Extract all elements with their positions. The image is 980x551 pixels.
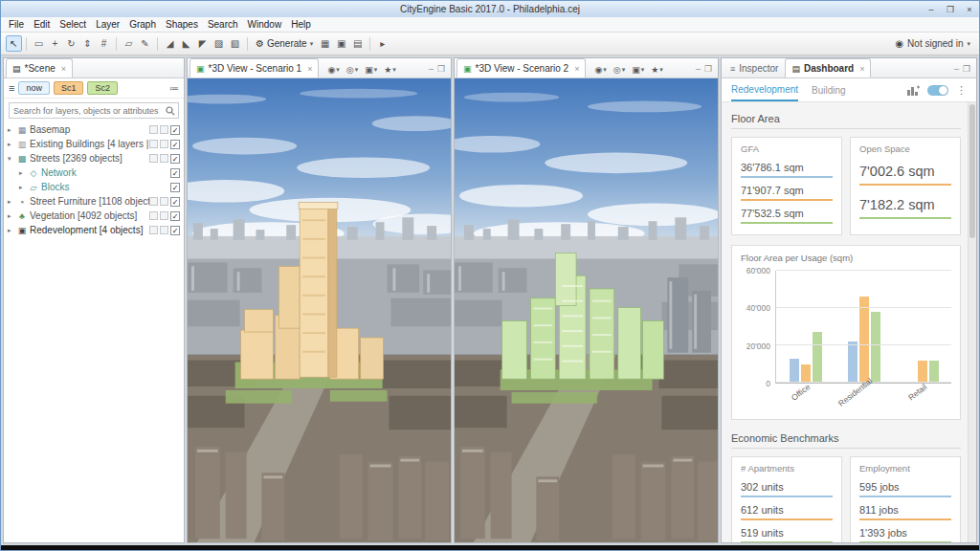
menu-help[interactable]: Help <box>286 18 316 31</box>
menu-window[interactable]: Window <box>243 18 287 31</box>
visibility-menu-icon[interactable]: ◎▾ <box>611 65 628 75</box>
scenario-settings-icon[interactable]: ≔ <box>169 83 179 94</box>
tab-dashboard[interactable]: ▤ Dashboard × <box>785 58 871 77</box>
scrollbar-thumb[interactable] <box>969 104 975 238</box>
camera-menu-icon[interactable]: ◉▾ <box>591 65 609 75</box>
layer-checkbox[interactable]: ✓ <box>170 140 180 149</box>
3d-scene-scenario-1[interactable] <box>188 78 451 542</box>
layer-row-streets[interactable]: ▾ ▩ Streets [2369 objects] ✓ <box>4 151 184 165</box>
layer-row-network[interactable]: ▸ ◇ Network ✓ <box>4 165 184 180</box>
layer-checkbox[interactable]: ✓ <box>170 154 180 164</box>
menu-select[interactable]: Select <box>55 18 91 31</box>
maximize-panel-icon[interactable]: ❐ <box>704 64 712 74</box>
expand-arrow-icon[interactable]: ▸ <box>8 212 16 220</box>
scenario-button-sc1[interactable]: Sc1 <box>54 81 84 95</box>
visibility-toggle-icon[interactable] <box>149 125 158 134</box>
menu-shapes[interactable]: Shapes <box>161 18 203 31</box>
visibility-toggle-icon[interactable] <box>149 154 158 163</box>
generate-button[interactable]: ⚙ Generate ▾ <box>252 37 317 50</box>
align-graph-icon[interactable]: ◤ <box>194 35 211 52</box>
polygon-create-icon[interactable]: ▱ <box>121 35 137 52</box>
camera-menu-icon[interactable]: ◉▾ <box>324 65 342 75</box>
layer-checkbox[interactable]: ✓ <box>170 211 180 221</box>
sign-in-menu[interactable]: ◉ Not signed in ▾ <box>895 38 974 49</box>
minimize-icon[interactable]: – <box>922 5 941 14</box>
add-chart-icon[interactable] <box>907 85 920 96</box>
model-tool-icon[interactable]: ▦ <box>317 35 333 52</box>
dashboard-toggle[interactable] <box>927 85 948 96</box>
shading-menu-icon[interactable]: ▣▾ <box>629 65 647 75</box>
layer-row-basemap[interactable]: ▸ ▦ Basemap ✓ <box>4 122 184 137</box>
menu-search[interactable]: Search <box>203 18 243 31</box>
layer-checkbox[interactable]: ✓ <box>170 183 180 192</box>
move-tool-icon[interactable]: + <box>47 35 63 52</box>
expand-arrow-icon[interactable]: ▸ <box>8 227 16 234</box>
export-model-icon[interactable]: ▣ <box>333 35 349 52</box>
lock-toggle-icon[interactable] <box>160 140 168 148</box>
layer-row-street-furniture[interactable]: ▸ ▪ Street Furniture [1108 objects] ✓ <box>4 194 184 209</box>
facade-tool-icon[interactable]: ▧ <box>227 35 243 52</box>
align-shapes-icon[interactable]: ◣ <box>178 35 194 52</box>
overflow-menu-icon[interactable]: ⋮ <box>956 84 967 97</box>
tab-3d-view-scenario-1[interactable]: ▣ *3D View - Scenario 1 × <box>189 58 319 77</box>
expand-arrow-icon[interactable]: ▸ <box>8 126 16 134</box>
expand-arrow-icon[interactable]: ▸ <box>19 169 28 177</box>
scenario-button-now[interactable]: now <box>18 81 50 95</box>
minimize-panel-icon[interactable]: – <box>429 64 434 74</box>
minimize-panel-icon[interactable]: – <box>954 64 959 74</box>
visibility-menu-icon[interactable]: ◎▾ <box>344 65 361 75</box>
menu-layer[interactable]: Layer <box>91 18 124 31</box>
lock-toggle-icon[interactable] <box>160 154 168 163</box>
menu-edit[interactable]: Edit <box>29 18 55 31</box>
expand-arrow-icon[interactable]: ▸ <box>8 141 16 148</box>
viewport-2-canvas[interactable] <box>455 78 718 542</box>
search-input[interactable] <box>10 106 166 116</box>
graph-create-icon[interactable]: ✎ <box>137 35 153 52</box>
lock-toggle-icon[interactable] <box>160 211 168 220</box>
marquee-select-icon[interactable]: ▭ <box>31 35 47 52</box>
close-icon[interactable]: × <box>859 64 864 74</box>
visibility-toggle-icon[interactable] <box>149 226 158 234</box>
shading-menu-icon[interactable]: ▣▾ <box>362 65 380 75</box>
maximize-icon[interactable]: ❐ <box>941 5 960 14</box>
scenario-button-sc2[interactable]: Sc2 <box>87 81 118 95</box>
layer-checkbox[interactable]: ✓ <box>170 125 180 135</box>
layer-row-blocks[interactable]: ▸ ▱ Blocks ✓ <box>4 180 184 194</box>
dashboard-scrollbar[interactable] <box>968 102 976 542</box>
delete-model-icon[interactable]: ▤ <box>349 35 366 52</box>
expand-arrow-icon[interactable]: ▸ <box>8 198 16 206</box>
3d-scene-scenario-2[interactable] <box>455 78 718 542</box>
layer-row-vegetation[interactable]: ▸ ♣ Vegetation [4092 objects] ✓ <box>4 209 184 223</box>
maximize-panel-icon[interactable]: ❐ <box>963 64 970 74</box>
close-icon[interactable]: × <box>574 64 579 74</box>
viewport-1-canvas[interactable] <box>188 78 451 542</box>
close-icon[interactable]: × <box>960 5 979 14</box>
layer-row-existing-buildings[interactable]: ▸ ▥ Existing Buildings [4 layers | 4332 … <box>4 137 184 151</box>
close-icon[interactable]: × <box>61 64 66 74</box>
maximize-panel-icon[interactable]: ❐ <box>437 64 445 74</box>
bookmarks-menu-icon[interactable]: ★▾ <box>648 65 666 75</box>
subtab-building[interactable]: Building <box>812 78 846 101</box>
snap-tool-icon[interactable]: # <box>96 35 112 52</box>
select-tool-icon[interactable]: ↖ <box>6 35 22 52</box>
tab-scene[interactable]: ▤ *Scene × <box>6 58 73 77</box>
layer-checkbox[interactable]: ✓ <box>170 197 180 207</box>
visibility-toggle-icon[interactable] <box>149 140 158 148</box>
lock-toggle-icon[interactable] <box>160 197 168 206</box>
scale-tool-icon[interactable]: ⇕ <box>79 35 96 52</box>
expand-arrow-icon[interactable]: ▸ <box>19 184 28 191</box>
bookmarks-menu-icon[interactable]: ★▾ <box>381 65 399 75</box>
tab-3d-view-scenario-2[interactable]: ▣ *3D View - Scenario 2 × <box>457 58 586 77</box>
menu-file[interactable]: File <box>4 18 29 31</box>
subtab-redevelopment[interactable]: Redevelopment <box>731 78 798 101</box>
visibility-toggle-icon[interactable] <box>149 211 158 220</box>
search-icon[interactable] <box>166 106 175 116</box>
flag-tool-icon[interactable]: ▸ <box>374 35 390 52</box>
lock-toggle-icon[interactable] <box>160 125 168 134</box>
lock-toggle-icon[interactable] <box>160 226 168 234</box>
layer-checkbox[interactable]: ✓ <box>170 226 180 235</box>
minimize-panel-icon[interactable]: – <box>696 64 701 74</box>
visibility-toggle-icon[interactable] <box>149 197 158 206</box>
texture-tool-icon[interactable]: ▨ <box>211 35 227 52</box>
expand-arrow-icon[interactable]: ▾ <box>8 155 16 163</box>
